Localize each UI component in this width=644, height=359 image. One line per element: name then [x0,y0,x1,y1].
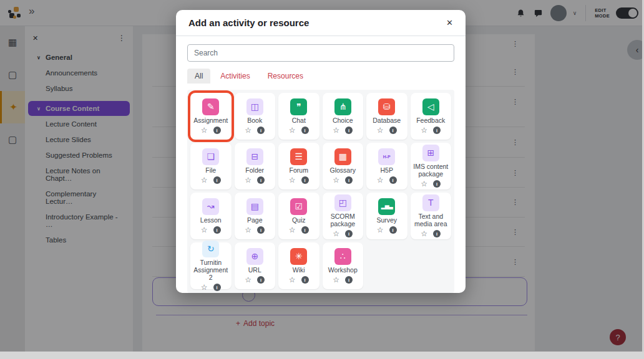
star-favourite-icon[interactable]: ☆ [201,176,208,184]
tile-label: Choice [333,117,353,124]
tile-database[interactable]: ⛁Database☆i [366,93,407,140]
window-bottom-edge [0,352,644,359]
tile-meta: ☆i [201,127,221,134]
info-icon[interactable]: i [257,127,265,134]
info-icon[interactable]: i [389,127,397,134]
star-favourite-icon[interactable]: ☆ [377,176,384,184]
book-icon: ◫ [246,98,263,115]
info-icon[interactable]: i [213,284,221,291]
tile-assignment[interactable]: ✎Assignment☆i [190,93,232,140]
tile-glossary[interactable]: ▦Glossary☆i [323,143,364,189]
star-favourite-icon[interactable]: ☆ [289,127,296,134]
info-icon[interactable]: i [301,276,309,284]
tile-scorm-package[interactable]: ◰SCORM package☆i [323,193,364,239]
info-icon[interactable]: i [213,226,221,234]
star-favourite-icon[interactable]: ☆ [245,127,251,134]
tile-label: IMS content package [412,163,451,178]
tile-meta: ☆i [333,127,353,134]
star-favourite-icon[interactable]: ☆ [289,276,296,284]
tile-feedback[interactable]: ◁Feedback☆i [411,93,452,140]
tile-h5p[interactable]: H-PH5P☆i [366,143,407,189]
tile-meta: ☆i [377,176,397,184]
tile-label: Feedback [416,117,445,124]
star-favourite-icon[interactable]: ☆ [421,230,427,237]
assignment-icon: ✎ [202,98,219,115]
tile-label: Wiki [293,266,305,274]
star-favourite-icon[interactable]: ☆ [245,176,251,184]
info-icon[interactable]: i [301,127,309,134]
tile-label: Forum [290,166,308,174]
tile-folder[interactable]: ⊟Folder☆i [235,143,276,189]
info-icon[interactable]: i [433,180,441,188]
tile-chat[interactable]: ❞Chat☆i [278,93,320,140]
star-favourite-icon[interactable]: ☆ [333,127,339,134]
tile-meta: ☆i [289,276,309,284]
tile-quiz[interactable]: ☑Quiz☆i [278,193,320,239]
tile-page[interactable]: ▤Page☆i [235,193,276,239]
tile-file[interactable]: ❏File☆i [190,143,232,189]
tab-resources[interactable]: Resources [260,69,311,84]
star-favourite-icon[interactable]: ☆ [377,127,384,134]
info-icon[interactable]: i [433,230,441,237]
info-icon[interactable]: i [389,226,397,234]
info-icon[interactable]: i [345,230,353,237]
info-icon[interactable]: i [213,176,221,184]
lesson-icon: ↝ [202,198,219,215]
chooser-tabs: AllActivitiesResources [187,69,454,84]
info-icon[interactable]: i [345,127,353,134]
tile-meta: ☆i [289,226,309,234]
tile-meta: ☆i [333,276,353,284]
tile-label: Lesson [200,216,222,224]
workshop-icon: ∴ [334,248,351,265]
tile-label: Survey [376,216,397,224]
tile-lesson[interactable]: ↝Lesson☆i [190,193,232,239]
tile-ims-content-package[interactable]: ⊞IMS content package☆i [411,143,452,189]
info-icon[interactable]: i [433,127,441,134]
feedback-icon: ◁ [422,98,439,115]
activity-search-input[interactable] [187,44,454,62]
star-favourite-icon[interactable]: ☆ [245,276,251,284]
star-favourite-icon[interactable]: ☆ [245,226,251,234]
tile-label: Text and media area [412,213,451,227]
info-icon[interactable]: i [257,226,265,234]
star-favourite-icon[interactable]: ☆ [333,276,339,284]
tile-survey[interactable]: ▂▅▃Survey☆i [366,193,407,239]
info-icon[interactable]: i [345,276,353,284]
star-favourite-icon[interactable]: ☆ [333,230,339,237]
star-favourite-icon[interactable]: ☆ [333,176,339,184]
star-favourite-icon[interactable]: ☆ [377,226,384,234]
star-favourite-icon[interactable]: ☆ [201,226,208,234]
scorm-package-icon: ◰ [334,194,351,211]
star-favourite-icon[interactable]: ☆ [421,180,427,188]
tile-choice[interactable]: ⋔Choice☆i [323,93,364,140]
star-favourite-icon[interactable]: ☆ [421,127,427,134]
tile-url[interactable]: ⊕URL☆i [235,242,276,289]
tile-label: H5P [381,166,393,174]
info-icon[interactable]: i [257,276,265,284]
info-icon[interactable]: i [301,176,309,184]
modal-close-icon[interactable]: ✕ [446,18,453,27]
moodle-page: » ∨ EDITMODE ▦▢✦▢ ✕ [0,0,642,352]
tile-label: Workshop [328,266,358,274]
tab-all[interactable]: All [187,69,210,84]
glossary-icon: ▦ [334,148,351,165]
tile-meta: ☆i [289,127,309,134]
tile-text-and-media-area[interactable]: TText and media area☆i [411,193,452,239]
tab-activities[interactable]: Activities [213,69,257,84]
info-icon[interactable]: i [213,127,221,134]
tile-turnitin-assignment-2[interactable]: ↻Turnitin Assignment 2☆i [190,242,232,289]
tile-meta: ☆i [245,226,265,234]
star-favourite-icon[interactable]: ☆ [289,176,296,184]
info-icon[interactable]: i [257,176,265,184]
tile-workshop[interactable]: ∴Workshop☆i [323,242,364,289]
star-favourite-icon[interactable]: ☆ [201,127,208,134]
tile-wiki[interactable]: ✳Wiki☆i [278,242,320,289]
info-icon[interactable]: i [301,226,309,234]
info-icon[interactable]: i [389,176,397,184]
info-icon[interactable]: i [345,176,353,184]
modal-title: Add an activity or resource [188,17,309,28]
star-favourite-icon[interactable]: ☆ [201,284,208,291]
tile-forum[interactable]: ☰Forum☆i [278,143,320,189]
tile-book[interactable]: ◫Book☆i [235,93,276,140]
star-favourite-icon[interactable]: ☆ [289,226,296,234]
